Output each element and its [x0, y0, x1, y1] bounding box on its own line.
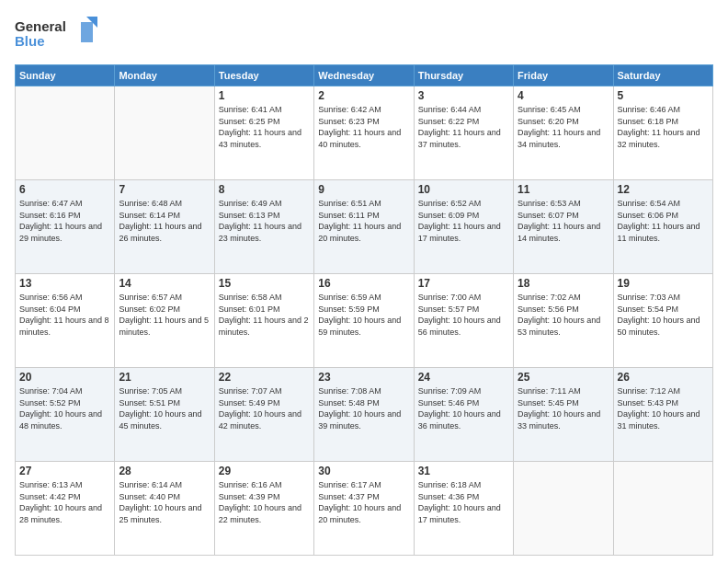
day-number: 28 [119, 465, 210, 477]
day-number: 9 [318, 183, 409, 196]
calendar-day-header: Friday [514, 65, 613, 86]
calendar-cell: 14Sunrise: 6:57 AM Sunset: 6:02 PM Dayli… [115, 274, 214, 368]
day-number: 8 [219, 183, 310, 196]
day-info: Sunrise: 6:52 AM Sunset: 6:09 PM Dayligh… [418, 198, 509, 244]
calendar-cell: 17Sunrise: 7:00 AM Sunset: 5:57 PM Dayli… [414, 274, 513, 368]
day-number: 7 [119, 183, 210, 196]
day-info: Sunrise: 7:08 AM Sunset: 5:48 PM Dayligh… [318, 385, 409, 431]
day-number: 26 [618, 371, 709, 384]
day-info: Sunrise: 6:56 AM Sunset: 6:04 PM Dayligh… [19, 292, 110, 338]
calendar-cell: 12Sunrise: 6:54 AM Sunset: 6:06 PM Dayli… [613, 180, 712, 274]
day-info: Sunrise: 7:04 AM Sunset: 5:52 PM Dayligh… [19, 385, 110, 431]
day-number: 30 [318, 465, 409, 477]
day-number: 18 [518, 277, 609, 290]
day-number: 13 [19, 277, 110, 290]
calendar-cell: 25Sunrise: 7:11 AM Sunset: 5:45 PM Dayli… [514, 368, 613, 462]
day-info: Sunrise: 6:49 AM Sunset: 6:13 PM Dayligh… [219, 198, 310, 244]
calendar-day-header: Saturday [613, 65, 712, 86]
svg-text:Blue: Blue [15, 33, 45, 49]
calendar-week-row: 27Sunrise: 6:13 AM Sunset: 4:42 PM Dayli… [16, 462, 713, 556]
day-number: 20 [19, 371, 110, 384]
calendar-cell: 20Sunrise: 7:04 AM Sunset: 5:52 PM Dayli… [16, 368, 115, 462]
day-number: 24 [418, 371, 509, 384]
calendar-cell: 11Sunrise: 6:53 AM Sunset: 6:07 PM Dayli… [514, 180, 613, 274]
day-number: 11 [518, 183, 609, 196]
calendar-cell: 7Sunrise: 6:48 AM Sunset: 6:14 PM Daylig… [115, 180, 214, 274]
day-number: 19 [618, 277, 709, 290]
calendar-cell: 31Sunrise: 6:18 AM Sunset: 4:36 PM Dayli… [414, 462, 513, 556]
calendar-cell: 10Sunrise: 6:52 AM Sunset: 6:09 PM Dayli… [414, 180, 513, 274]
day-info: Sunrise: 7:03 AM Sunset: 5:54 PM Dayligh… [618, 292, 709, 338]
day-number: 17 [418, 277, 509, 290]
calendar-cell [613, 462, 712, 556]
calendar-cell: 18Sunrise: 7:02 AM Sunset: 5:56 PM Dayli… [514, 274, 613, 368]
calendar-cell: 16Sunrise: 6:59 AM Sunset: 5:59 PM Dayli… [314, 274, 414, 368]
day-info: Sunrise: 6:46 AM Sunset: 6:18 PM Dayligh… [618, 104, 709, 150]
day-info: Sunrise: 6:57 AM Sunset: 6:02 PM Dayligh… [119, 292, 210, 338]
calendar-cell: 30Sunrise: 6:17 AM Sunset: 4:37 PM Dayli… [314, 462, 414, 556]
day-info: Sunrise: 6:53 AM Sunset: 6:07 PM Dayligh… [518, 198, 609, 244]
day-info: Sunrise: 6:41 AM Sunset: 6:25 PM Dayligh… [219, 104, 310, 150]
calendar-cell [115, 86, 214, 180]
day-number: 3 [418, 89, 509, 102]
calendar-cell: 1Sunrise: 6:41 AM Sunset: 6:25 PM Daylig… [214, 86, 313, 180]
day-info: Sunrise: 6:44 AM Sunset: 6:22 PM Dayligh… [418, 104, 509, 150]
day-info: Sunrise: 6:14 AM Sunset: 4:40 PM Dayligh… [119, 479, 210, 525]
calendar-cell: 5Sunrise: 6:46 AM Sunset: 6:18 PM Daylig… [613, 86, 712, 180]
calendar-week-row: 6Sunrise: 6:47 AM Sunset: 6:16 PM Daylig… [16, 180, 713, 274]
day-info: Sunrise: 7:02 AM Sunset: 5:56 PM Dayligh… [518, 292, 609, 338]
day-number: 23 [318, 371, 409, 384]
calendar-cell: 13Sunrise: 6:56 AM Sunset: 6:04 PM Dayli… [16, 274, 115, 368]
calendar-week-row: 13Sunrise: 6:56 AM Sunset: 6:04 PM Dayli… [16, 274, 713, 368]
day-number: 16 [318, 277, 409, 290]
day-number: 10 [418, 183, 509, 196]
calendar-cell [514, 462, 613, 556]
day-info: Sunrise: 7:00 AM Sunset: 5:57 PM Dayligh… [418, 292, 509, 338]
day-number: 29 [219, 465, 310, 477]
calendar-cell: 24Sunrise: 7:09 AM Sunset: 5:46 PM Dayli… [414, 368, 513, 462]
day-info: Sunrise: 7:12 AM Sunset: 5:43 PM Dayligh… [618, 385, 709, 431]
calendar-cell: 9Sunrise: 6:51 AM Sunset: 6:11 PM Daylig… [314, 180, 414, 274]
day-info: Sunrise: 7:09 AM Sunset: 5:46 PM Dayligh… [418, 385, 509, 431]
day-info: Sunrise: 6:16 AM Sunset: 4:39 PM Dayligh… [219, 479, 310, 525]
day-info: Sunrise: 7:05 AM Sunset: 5:51 PM Dayligh… [119, 385, 210, 431]
calendar-cell: 19Sunrise: 7:03 AM Sunset: 5:54 PM Dayli… [613, 274, 712, 368]
calendar-header-row: SundayMondayTuesdayWednesdayThursdayFrid… [16, 65, 713, 86]
day-number: 15 [219, 277, 310, 290]
day-info: Sunrise: 6:13 AM Sunset: 4:42 PM Dayligh… [19, 479, 110, 525]
calendar-day-header: Thursday [414, 65, 513, 86]
calendar-week-row: 20Sunrise: 7:04 AM Sunset: 5:52 PM Dayli… [16, 368, 713, 462]
day-info: Sunrise: 6:54 AM Sunset: 6:06 PM Dayligh… [618, 198, 709, 244]
day-number: 27 [19, 465, 110, 477]
day-number: 14 [119, 277, 210, 290]
header: General Blue [15, 15, 713, 57]
calendar-day-header: Tuesday [214, 65, 313, 86]
calendar-cell: 3Sunrise: 6:44 AM Sunset: 6:22 PM Daylig… [414, 86, 513, 180]
calendar-table: SundayMondayTuesdayWednesdayThursdayFrid… [15, 64, 713, 556]
day-number: 5 [618, 89, 709, 102]
day-number: 12 [618, 183, 709, 196]
day-info: Sunrise: 6:51 AM Sunset: 6:11 PM Dayligh… [318, 198, 409, 244]
calendar-day-header: Monday [115, 65, 214, 86]
calendar-week-row: 1Sunrise: 6:41 AM Sunset: 6:25 PM Daylig… [16, 86, 713, 180]
day-info: Sunrise: 6:17 AM Sunset: 4:37 PM Dayligh… [318, 479, 409, 525]
day-info: Sunrise: 7:07 AM Sunset: 5:49 PM Dayligh… [219, 385, 310, 431]
day-number: 25 [518, 371, 609, 384]
calendar-cell: 29Sunrise: 6:16 AM Sunset: 4:39 PM Dayli… [214, 462, 313, 556]
calendar-cell: 28Sunrise: 6:14 AM Sunset: 4:40 PM Dayli… [115, 462, 214, 556]
logo: General Blue [15, 15, 97, 57]
calendar-day-header: Sunday [16, 65, 115, 86]
calendar-cell: 27Sunrise: 6:13 AM Sunset: 4:42 PM Dayli… [16, 462, 115, 556]
logo-text: General Blue [15, 15, 97, 57]
calendar-cell: 21Sunrise: 7:05 AM Sunset: 5:51 PM Dayli… [115, 368, 214, 462]
calendar-cell: 26Sunrise: 7:12 AM Sunset: 5:43 PM Dayli… [613, 368, 712, 462]
day-number: 31 [418, 465, 509, 477]
day-number: 2 [318, 89, 409, 102]
svg-marker-2 [81, 22, 93, 42]
calendar-cell [16, 86, 115, 180]
day-info: Sunrise: 7:11 AM Sunset: 5:45 PM Dayligh… [518, 385, 609, 431]
day-info: Sunrise: 6:42 AM Sunset: 6:23 PM Dayligh… [318, 104, 409, 150]
day-number: 6 [19, 183, 110, 196]
calendar-cell: 4Sunrise: 6:45 AM Sunset: 6:20 PM Daylig… [514, 86, 613, 180]
day-number: 1 [219, 89, 310, 102]
